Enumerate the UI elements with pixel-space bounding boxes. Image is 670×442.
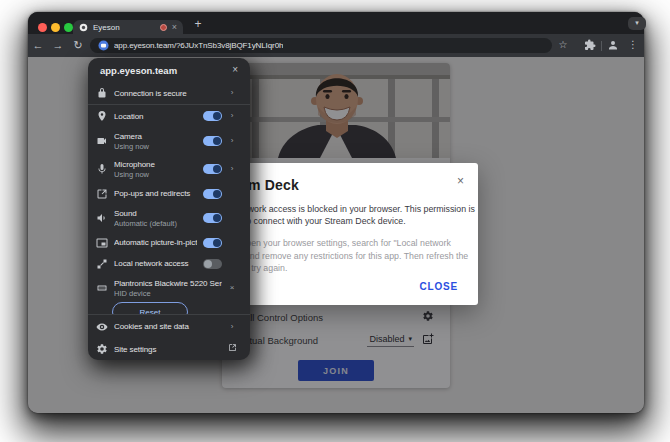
permission-label: Location [114,112,197,121]
permission-label: Automatic picture-in-pict... [114,238,197,247]
permission-row-sound[interactable]: Sound Automatic (default) [88,204,250,232]
location-icon [96,110,108,122]
close-window-button[interactable] [38,23,47,32]
permission-label: Microphone [114,160,197,169]
browser-menu-button[interactable]: ⋮ [625,37,641,53]
permission-row-location[interactable]: Location › [88,105,250,127]
desktop-background: Eyeson × + ▾ ← → ↻ app.eyeson.team/?6JUx… [0,0,670,442]
permission-sublabel: Using now [114,142,197,151]
lock-icon [96,87,108,99]
permission-row-popups[interactable]: Pop-ups and redirects [88,183,250,204]
reset-permissions-clip: Reset permissions [88,302,250,314]
chevron-right-icon: › [228,164,236,174]
popup-header: app.eyeson.team × [88,58,250,82]
eyeson-favicon-icon [79,23,88,32]
tab-title: Eyeson [93,23,155,32]
minimize-window-button[interactable] [51,23,60,32]
reset-permissions-button[interactable]: Reset permissions [112,302,188,314]
device-label: Plantronics Blackwire 5220 Series [114,279,222,288]
permission-label: Pop-ups and redirects [114,189,197,198]
cookies-row[interactable]: Cookies and site data › [88,315,250,338]
browser-window: Eyeson × + ▾ ← → ↻ app.eyeson.team/?6JUx… [28,12,644,413]
sound-toggle[interactable] [203,213,222,223]
dialog-close-icon[interactable]: × [457,175,464,187]
device-sublabel: HID device [114,289,222,298]
permission-label: Sound [114,209,197,218]
chevron-right-icon: › [228,111,236,121]
back-button[interactable]: ← [30,37,46,53]
connection-secure-label: Connection is secure [114,89,222,98]
local-network-icon [96,258,108,270]
permission-sublabel: Using now [114,170,197,179]
site-favicon-icon [98,40,109,51]
popups-toggle[interactable] [203,189,222,199]
camera-icon [96,135,108,147]
extensions-icon[interactable] [582,37,598,53]
chevron-right-icon: › [228,88,236,98]
cookies-eye-icon [96,321,108,333]
recording-indicator-icon [160,24,167,31]
browser-toolbar: ← → ↻ app.eyeson.team/?6JUxTnSb3v8jBQF1y… [28,34,644,57]
chevron-right-icon: › [228,136,236,146]
tab-close-button[interactable]: × [172,23,177,32]
gear-icon [96,343,108,355]
picture-in-picture-icon [96,237,108,249]
zoom-window-button[interactable] [64,23,73,32]
permission-row-camera[interactable]: Camera Using now › [88,127,250,155]
permission-row-local-network[interactable]: Local network access [88,253,250,274]
address-bar[interactable]: app.eyeson.team/?6JUxTnSb3v8jBQF1yNLIqr0… [90,38,552,53]
popups-icon [96,188,108,200]
site-settings-label: Site settings [114,345,222,354]
hid-device-row[interactable]: Plantronics Blackwire 5220 Series HID de… [88,274,250,302]
popup-close-icon[interactable]: × [232,65,238,75]
permission-row-pip[interactable]: Automatic picture-in-pict... [88,232,250,253]
profile-avatar[interactable] [605,37,621,53]
new-tab-button[interactable]: + [190,17,206,32]
permission-row-microphone[interactable]: Microphone Using now › [88,155,250,183]
camera-toggle[interactable] [203,136,222,146]
microphone-toggle[interactable] [203,164,222,174]
site-origin: app.eyeson.team [100,65,232,76]
permission-sublabel: Automatic (default) [114,219,197,228]
hid-device-icon [96,282,108,294]
tab-eyeson[interactable]: Eyeson × [73,20,183,34]
bookmark-star-icon[interactable]: ☆ [555,37,571,53]
connection-secure-row[interactable]: Connection is secure › [88,82,250,104]
pip-toggle[interactable] [203,238,222,248]
url-text: app.eyeson.team/?6JUxTnSb3v8jBQF1yNLIqr0… [114,41,283,50]
cookies-label: Cookies and site data [114,322,222,331]
external-link-icon [228,343,236,355]
chevron-right-icon: › [228,322,236,332]
tab-search-button[interactable]: ▾ [628,17,646,30]
window-controls [38,23,73,32]
location-toggle[interactable] [203,111,222,121]
dialog-close-button[interactable]: CLOSE [420,281,458,292]
forward-button[interactable]: → [50,37,66,53]
tab-strip: Eyeson × + ▾ [28,12,644,34]
local-network-toggle[interactable] [203,259,222,269]
site-settings-row[interactable]: Site settings [88,338,250,360]
sound-icon [96,212,108,224]
reload-button[interactable]: ↻ [70,37,86,53]
toolbar-divider [601,41,602,51]
permission-label: Local network access [114,259,197,268]
device-remove-icon[interactable]: × [228,283,236,293]
microphone-icon [96,163,108,175]
permission-label: Camera [114,132,197,141]
site-permissions-popup: app.eyeson.team × Connection is secure ›… [88,58,250,360]
